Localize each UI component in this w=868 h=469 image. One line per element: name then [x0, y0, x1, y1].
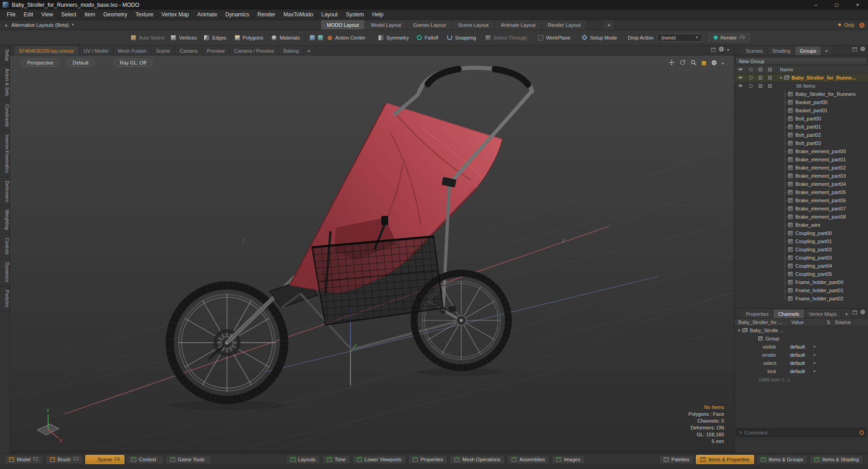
channel-value-dropdown[interactable]: default	[790, 360, 813, 366]
layout-tab[interactable]: Games Layout	[407, 20, 452, 30]
select-through-toggle[interactable]: Select Through	[485, 35, 527, 40]
orbit-icon[interactable]	[680, 59, 686, 67]
raygl-toggle-button[interactable]: Ray GL: Off	[113, 59, 153, 67]
mode-button[interactable]: Context	[127, 455, 163, 464]
chevron-down-icon[interactable]: ▼	[813, 345, 816, 349]
render-toggle-icon[interactable]	[749, 84, 753, 88]
menu-item[interactable]: Layout	[317, 11, 342, 18]
mode-button[interactable]: Scene F4	[85, 455, 124, 464]
channels-tab[interactable]: Vertex Maps	[804, 309, 842, 318]
close-button[interactable]: ×	[847, 0, 868, 10]
new-group-button[interactable]: New Group	[735, 57, 867, 65]
up-arrow-icon[interactable]: ▲	[4, 23, 8, 27]
menu-item[interactable]: Select	[57, 11, 80, 18]
group-tree-item[interactable]: Brake_element_part03	[735, 172, 868, 180]
layout-preset-button[interactable]: Items & Groups	[756, 455, 808, 464]
menu-item[interactable]: Vertex Map	[158, 11, 193, 18]
action-center-button[interactable]: ⊕Action Center	[327, 35, 365, 40]
group-tree-item[interactable]: Brake_element_part02	[735, 164, 868, 172]
edges-mode-button[interactable]: Edges	[204, 35, 226, 40]
action-pivot-icon[interactable]	[318, 35, 323, 40]
layout-tab[interactable]: Render Layout	[542, 20, 587, 30]
select-toggle-icon[interactable]	[768, 84, 772, 88]
command-input[interactable]: Command	[745, 430, 768, 435]
symmetry-button[interactable]: Symmetry	[378, 35, 409, 40]
group-tree-item[interactable]: Coupling_part05	[735, 270, 868, 278]
mode-button[interactable]: Model F2	[5, 455, 43, 464]
group-tree-item[interactable]: Brake_wire	[735, 221, 868, 229]
chevron-down-icon[interactable]: ▼	[813, 369, 816, 374]
render-toggle-icon[interactable]	[749, 76, 753, 80]
group-tree-item[interactable]: Brake_element_part06	[735, 196, 868, 205]
group-tree-item[interactable]: Bolt_part00	[735, 115, 868, 123]
viewport-tab[interactable]: Preview	[202, 46, 230, 55]
layout-tab[interactable]: MODO Layout	[321, 20, 365, 30]
lock-toggle-icon[interactable]	[759, 68, 762, 71]
mode-button[interactable]: Game Tools	[166, 455, 212, 464]
panel-button[interactable]: Lower Viewports	[352, 455, 406, 464]
lock-toggle-icon[interactable]	[759, 76, 762, 80]
group-tree-item[interactable]: Coupling_part02	[735, 245, 868, 254]
add-viewport-tab-button[interactable]: +	[304, 46, 314, 55]
item-list-tab[interactable]: Scenes	[741, 46, 768, 55]
left-tab[interactable]: Controls	[0, 234, 10, 259]
group-tree-item[interactable]: Bolt_part02	[735, 131, 868, 139]
menu-item[interactable]: MaxToModo	[279, 11, 317, 18]
group-tree-item[interactable]: Basket_part00	[735, 98, 868, 106]
eye-icon[interactable]	[738, 67, 743, 72]
render-toggle-icon[interactable]	[749, 68, 753, 71]
viewport-tab[interactable]: UV / Model	[79, 46, 113, 55]
left-tab[interactable]: Particles	[0, 286, 10, 311]
shading-style-button[interactable]: Default	[66, 59, 95, 67]
action-axis-icon[interactable]	[310, 35, 315, 40]
minimize-button[interactable]: –	[805, 0, 826, 10]
maximize-button[interactable]: □	[826, 0, 847, 10]
group-tree-item[interactable]: Brake_element_part08	[735, 213, 868, 221]
pan-icon[interactable]	[669, 59, 675, 67]
add-channels-tab-button[interactable]: +	[842, 309, 852, 318]
group-root-row[interactable]: ▾ Baby_Stroller_for_Runne...	[735, 74, 868, 82]
group-tree-item[interactable]: Frame_holder_part01	[735, 286, 868, 294]
group-tree-item[interactable]: Brake_element_part00	[735, 147, 868, 155]
left-tab[interactable]: Inverse Kinematics	[0, 131, 10, 177]
layout-preset-button[interactable]: Items & Shading	[810, 455, 863, 464]
layout-tab[interactable]: Model Layout	[365, 20, 407, 30]
left-tab[interactable]: Weighting	[0, 206, 10, 234]
lock-toggle-icon[interactable]	[759, 84, 762, 88]
viewport-tab[interactable]: Baking	[279, 46, 304, 55]
channels-tab[interactable]: Channels	[774, 309, 804, 318]
select-toggle-icon[interactable]	[768, 68, 772, 71]
menu-item[interactable]: View	[37, 11, 57, 18]
menu-item[interactable]: File	[3, 11, 20, 18]
viewport-tab[interactable]: Camera	[175, 46, 202, 55]
panel-button[interactable]: Properties	[408, 455, 448, 464]
add-layout-tab-button[interactable]: +	[603, 20, 615, 30]
menu-item[interactable]: Geometry	[99, 11, 132, 18]
chevron-down-icon[interactable]: ▼	[813, 353, 816, 357]
popout-icon[interactable]	[711, 48, 715, 52]
panel-button[interactable]: Images	[552, 455, 585, 464]
add-user-channel-row[interactable]: (add user c...)	[735, 375, 868, 384]
perspective-view-button[interactable]: Perspective	[21, 59, 59, 67]
eye-icon[interactable]	[738, 75, 743, 80]
chevron-down-icon[interactable]: ▼	[813, 361, 816, 365]
expand-caret-icon[interactable]: ▾	[738, 328, 740, 333]
layout-preset-button[interactable]: Palettes	[659, 455, 694, 464]
snapping-button[interactable]: Snapping	[447, 35, 476, 40]
zoom-icon[interactable]	[690, 59, 696, 67]
strip-caret-icon[interactable]: ▸	[727, 47, 730, 52]
workplane-button[interactable]: WorkPlane	[538, 35, 571, 40]
channel-value-dropdown[interactable]: default	[790, 344, 813, 349]
channels-root-row[interactable]: ▾ Baby_Strolle ...	[735, 326, 868, 334]
left-tab[interactable]: Deformers	[0, 177, 10, 206]
add-item-list-tab-button[interactable]: +	[821, 46, 832, 55]
panel-button[interactable]: Mesh Operations	[450, 455, 505, 464]
channel-value-dropdown[interactable]: default	[790, 369, 813, 374]
auto-select-toggle[interactable]: Auto Select	[131, 35, 164, 40]
expand-caret-icon[interactable]: ▾	[780, 75, 782, 80]
left-tab[interactable]: Constraints	[0, 100, 10, 131]
group-tree-item[interactable]: Brake_element_part01	[735, 155, 868, 164]
popout-icon[interactable]	[853, 47, 857, 51]
group-tree-item[interactable]: Bolt_part03	[735, 139, 868, 147]
channels-gear-icon[interactable]	[860, 308, 865, 316]
